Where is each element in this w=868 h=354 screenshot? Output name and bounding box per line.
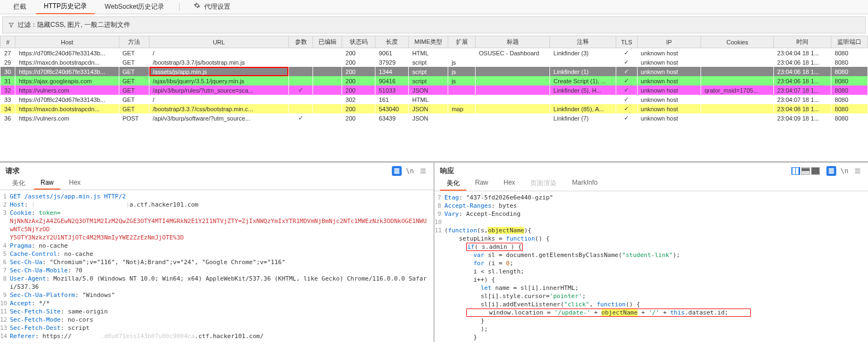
cell-host: https://vulners.com: [15, 113, 119, 123]
line-text: Sec-Ch-Ua-Platform: "Windows": [10, 291, 433, 299]
column-header[interactable]: #: [1, 36, 15, 48]
request-subtabs: 美化 Raw Hex: [0, 176, 433, 190]
cell-tls: ✓: [616, 76, 638, 85]
line-text: var sl = document.getElementsByClassName…: [444, 251, 868, 259]
cell-ip: unknown host: [637, 85, 701, 95]
cell-p: ✓: [288, 113, 313, 123]
column-header[interactable]: 标题: [476, 36, 550, 48]
line-text: Sec-Fetch-Site: same-origin: [10, 307, 433, 316]
line-number: [435, 333, 444, 341]
request-tab-raw[interactable]: Raw: [34, 177, 60, 190]
table-row[interactable]: 34https://maxcdn.bootstrapcdn...GET/boot…: [1, 104, 868, 113]
column-header[interactable]: 注释: [550, 36, 616, 48]
line-number: 10: [0, 299, 10, 307]
cell-m: GET: [119, 85, 149, 95]
response-action-icon[interactable]: [826, 166, 836, 176]
newline-icon[interactable]: \n: [840, 166, 849, 176]
tab-intercept[interactable]: 拦截: [5, 0, 34, 14]
column-header[interactable]: 状态码: [342, 36, 375, 48]
newline-icon[interactable]: \n: [405, 166, 415, 176]
line-number: [435, 276, 444, 284]
cell-m: GET: [119, 104, 149, 113]
request-hamburger-icon[interactable]: [418, 166, 428, 176]
cell-note: [550, 58, 616, 67]
line-text: NjNkNzAxZjA4ZGEwN2Q3OTM1M2IzM2QwZGE3OTY4…: [10, 217, 433, 233]
column-header[interactable]: URL: [149, 36, 289, 48]
cell-host: https://maxcdn.bootstrapcdn...: [15, 58, 119, 67]
response-tab-markinfo[interactable]: MarkInfo: [565, 177, 604, 191]
table-row[interactable]: 36https://vulners.comPOST/api/v3/burp/so…: [1, 113, 868, 123]
tab-proxy-settings[interactable]: 代理设置: [186, 0, 238, 14]
cell-e: [313, 58, 342, 67]
line-text: setupLinks = function() {: [444, 235, 868, 243]
response-tab-render[interactable]: 页面渲染: [524, 177, 563, 191]
cell-tls: ✓: [616, 95, 638, 104]
request-pane: 请求 \n 美化 Raw Hex 1GET /assets/js/app.min…: [0, 163, 435, 342]
column-header[interactable]: 时间: [774, 36, 831, 48]
cell-len: 90416: [375, 76, 409, 85]
response-pane: 响应 \n 美化 Raw Hex 页面渲染 MarkInfo 7Etag: "4…: [435, 163, 868, 342]
cell-url: /api/v3/burp/software/?utm_source...: [149, 113, 289, 123]
column-header[interactable]: 参数: [288, 36, 313, 48]
cell-sc: 200: [342, 104, 375, 113]
view-columns-icon[interactable]: [791, 167, 800, 175]
cell-e: [313, 95, 342, 104]
column-header[interactable]: 已编辑: [313, 36, 342, 48]
response-hamburger-icon[interactable]: [853, 166, 863, 176]
line-number: [435, 341, 444, 342]
table-row[interactable]: 30https://d70f8c240d67fe33143b...GET/ass…: [1, 67, 868, 76]
line-number: [435, 325, 444, 333]
table-row[interactable]: 31https://ajax.googleapis.comGET/ajax/li…: [1, 76, 868, 85]
tab-ws-history[interactable]: WebSocket历史记录: [97, 0, 172, 14]
request-title: 请求: [5, 166, 20, 176]
column-header[interactable]: Host: [15, 36, 119, 48]
table-row[interactable]: 27https://d70f8c240d67fe33143b...GET/200…: [1, 48, 868, 58]
cell-tls: ✓: [616, 85, 638, 95]
cell-time: 23:04:08 18 1...: [774, 104, 831, 113]
column-header[interactable]: 长度: [375, 36, 409, 48]
cell-len: 543040: [375, 104, 409, 113]
line-number: 8: [435, 202, 444, 210]
column-header[interactable]: IP: [637, 36, 701, 48]
line-number: [435, 317, 444, 325]
view-single-icon[interactable]: [811, 167, 820, 175]
column-header[interactable]: 扩展: [448, 36, 476, 48]
cell-len: 1344: [375, 67, 409, 76]
response-tab-hex[interactable]: Hex: [497, 177, 522, 191]
column-header[interactable]: Cookies: [701, 36, 774, 48]
cell-ck: [701, 76, 774, 85]
line-text: if( s.admin ) {: [444, 243, 868, 251]
column-header[interactable]: MIME类型: [409, 36, 448, 48]
response-tab-raw[interactable]: Raw: [468, 177, 495, 191]
view-rows-icon[interactable]: [801, 167, 810, 175]
cell-url: /: [149, 95, 289, 104]
line-number: [435, 243, 444, 251]
table-row[interactable]: 32https://vulners.comGET/api/v3/burp/rul…: [1, 85, 868, 95]
line-number: [435, 284, 444, 292]
filter-icon: [8, 22, 14, 28]
column-header[interactable]: 方法: [119, 36, 149, 48]
line-number: 11: [435, 226, 444, 235]
cell-url: /bootstrap/3.3.7/css/bootstrap.min.c...: [149, 104, 289, 113]
line-number: 6: [0, 258, 10, 266]
cell-time: 23:04:06 18 1...: [774, 76, 831, 85]
response-tab-pretty[interactable]: 美化: [440, 177, 466, 191]
table-row[interactable]: 33https://d70f8c240d67fe33143b...GET/302…: [1, 95, 868, 104]
filter-bar[interactable]: 过滤：隐藏CSS, 图片, 一般二进制文件: [2, 16, 866, 33]
table-row[interactable]: 29https://maxcdn.bootstrapcdn...GET/boot…: [1, 58, 868, 67]
request-action-icon[interactable]: [392, 166, 402, 176]
line-number: 7: [435, 193, 444, 202]
response-subtabs: 美化 Raw Hex 页面渲染 MarkInfo: [435, 176, 868, 191]
line-text: Vary: Accept-Encoding: [444, 210, 868, 218]
line-text: }: [444, 341, 868, 342]
cell-m: GET: [119, 58, 149, 67]
request-tab-hex[interactable]: Hex: [62, 177, 87, 190]
request-tab-pretty[interactable]: 美化: [5, 177, 32, 190]
column-header[interactable]: TLS: [616, 36, 638, 48]
request-editor[interactable]: 1GET /assets/js/app.min.js HTTP/22Host: …: [0, 190, 433, 342]
tab-http-history[interactable]: HTTP历史记录: [36, 0, 95, 14]
response-editor[interactable]: 7Etag: "437-5fd2026e6e440-gzip"8Accept-R…: [435, 191, 868, 342]
column-header[interactable]: 监听端口: [831, 36, 868, 48]
cell-mime: JSON: [409, 85, 448, 95]
gear-icon: [194, 2, 200, 9]
